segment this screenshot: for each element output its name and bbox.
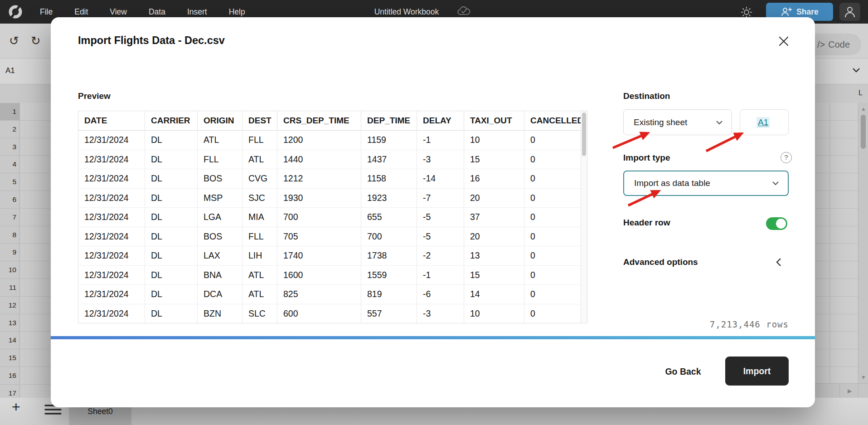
preview-scrollbar-thumb[interactable] [582,112,586,156]
scrollbar-divider [858,384,858,398]
scroll-right-icon[interactable]: ▶ [848,388,852,394]
row-header[interactable]: 10 [0,261,19,279]
table-cell: LGA [197,208,242,227]
row-header[interactable]: 8 [0,226,19,244]
destination-cell-box[interactable]: A1 [740,109,789,135]
column-label-L[interactable]: L [858,89,863,97]
table-cell: 12/31/2024 [78,208,145,227]
row-header[interactable]: 1 [0,103,19,121]
grid-cells-left[interactable] [20,103,51,398]
scroll-down-icon[interactable]: ▼ [861,374,866,381]
table-cell: 1158 [361,169,417,188]
preview-table-body: 12/31/2024 DL ATL FLL 1200 1159 -1 10 0 … [78,131,587,323]
menu-item[interactable]: File [40,7,53,17]
table-cell: 0 [524,169,582,188]
table-cell: ATL [242,266,277,285]
table-cell: 819 [361,285,417,304]
row-header[interactable]: 9 [0,244,19,261]
destination-cell-link[interactable]: A1 [756,117,770,128]
menu-item[interactable]: View [110,7,127,17]
import-type-select[interactable]: Import as data table [623,171,789,196]
table-cell: 557 [361,304,417,323]
grid-cells-right[interactable] [815,103,858,398]
app-root: FileEditViewDataInsertHelp Untitled Work… [0,0,868,425]
table-cell: 13 [464,246,524,265]
table-row: 12/31/2024 DL BOS CVG 1212 1158 -14 16 0 [78,169,587,188]
table-cell: -14 [417,169,464,188]
table-cell: 15 [464,150,524,169]
table-cell: DL [145,189,197,208]
row-header[interactable]: 12 [0,297,19,314]
header-row-toggle[interactable] [766,217,787,230]
vertical-scrollbar-thumb[interactable] [861,115,866,149]
table-cell: 12/31/2024 [78,227,145,246]
table-cell: FLL [242,227,277,246]
table-cell: 600 [277,304,361,323]
table-cell: 0 [524,150,582,169]
add-sheet-button[interactable]: + [12,400,20,414]
table-row: 12/31/2024 DL BOS FLL 705 700 -5 20 0 [78,227,587,246]
row-header[interactable]: 3 [0,138,19,156]
table-cell: 14 [464,285,524,304]
table-cell: BOS [197,169,242,188]
go-back-button[interactable]: Go Back [657,365,709,378]
row-header[interactable]: 15 [0,349,19,367]
advanced-options-label[interactable]: Advanced options [623,257,698,267]
menu-item[interactable]: Help [229,7,245,17]
grid-vertical-line [829,103,830,398]
table-cell: 1740 [277,246,361,265]
row-header[interactable]: 13 [0,314,19,332]
preview-scrollbar[interactable] [581,111,587,323]
row-header[interactable]: 6 [0,191,19,209]
undo-button[interactable]: ↺ [9,34,19,47]
table-cell: FLL [197,150,242,169]
table-cell: 1930 [277,189,361,208]
row-header[interactable]: 11 [0,279,19,297]
redo-button[interactable]: ↻ [31,34,41,47]
menu-item[interactable]: Insert [187,7,207,17]
row-header[interactable]: 7 [0,209,19,226]
horizontal-scrollbar[interactable]: ▶ [815,383,868,398]
table-cell: DL [145,208,197,227]
theme-toggle-sun-icon[interactable] [740,6,753,19]
table-cell: 1159 [361,131,417,150]
code-button-label: Code [828,39,850,50]
import-button[interactable]: Import [725,357,789,386]
help-icon[interactable]: ? [781,152,792,163]
row-header[interactable]: 14 [0,332,19,349]
table-row: 12/31/2024 DL BNA ATL 1600 1559 -1 15 0 [78,265,587,285]
scroll-up-icon[interactable]: ▲ [861,106,866,112]
import-type-label: Import type [623,153,670,163]
chevron-left-icon[interactable] [775,257,782,268]
cell-reference-box[interactable]: A1 [5,66,15,75]
menu-item[interactable]: Data [149,7,165,17]
table-cell: 0 [524,304,582,323]
close-icon[interactable] [778,35,790,47]
app-logo-icon[interactable] [8,5,23,19]
formula-expand-chevron-icon[interactable] [851,67,861,73]
row-header[interactable]: 2 [0,121,19,138]
person-icon [844,6,855,18]
table-cell: DL [145,227,197,246]
table-cell: SLC [242,304,277,323]
column-header-cell: DATE [78,111,145,130]
vertical-scrollbar[interactable]: ▲ ▼ [858,103,868,383]
table-cell: 20 [464,227,524,246]
table-row: 12/31/2024 DL ATL FLL 1200 1159 -1 10 0 [78,131,587,150]
row-header[interactable]: 5 [0,173,19,191]
table-cell: 0 [524,189,582,208]
table-row: 12/31/2024 DL BZN SLC 600 557 -3 10 0 [78,304,587,323]
annotation-arrow [613,133,647,148]
destination-select[interactable]: Existing sheet [623,109,732,135]
row-header[interactable]: 17 [0,385,19,398]
row-header[interactable]: 16 [0,367,19,385]
table-cell: 10 [464,131,524,150]
table-cell: 12/31/2024 [78,285,145,304]
account-avatar-button[interactable] [839,3,860,21]
menu-item[interactable]: Edit [74,7,88,17]
row-header[interactable]: 4 [0,156,19,173]
table-cell: DL [145,285,197,304]
cloud-saved-icon [457,6,471,17]
table-cell: 1212 [277,169,361,188]
destination-select-value: Existing sheet [634,117,715,127]
